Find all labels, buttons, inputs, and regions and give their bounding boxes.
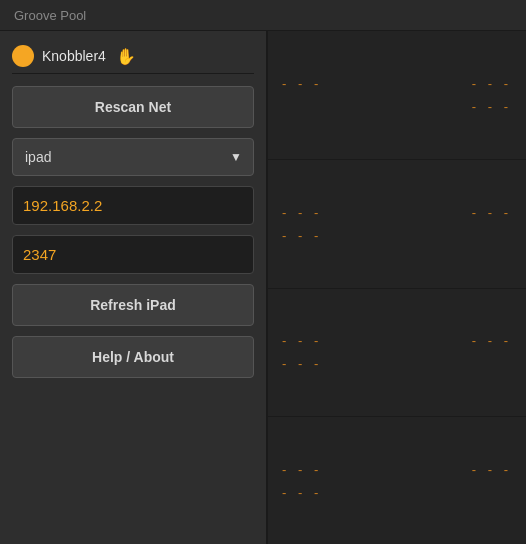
grid-section-4: - - - - - - - - - [268,417,526,544]
grid-dots: - - - [282,462,322,477]
left-panel: Knobbler4 ✋ Rescan Net ipad iphone other… [0,31,268,544]
grid-row: - - - - - - [282,76,512,91]
grid-row: - - - - - - [282,462,512,477]
main-content: Knobbler4 ✋ Rescan Net ipad iphone other… [0,31,526,544]
grid-dots: - - - [282,485,322,500]
hand-icon: ✋ [116,47,136,66]
rescan-button[interactable]: Rescan Net [12,86,254,128]
right-panel: - - - - - - - - - - - - - - - - - - - - … [268,31,526,544]
grid-row: - - - - - - [282,333,512,348]
device-header: Knobbler4 ✋ [12,41,254,74]
grid-dots: - - - [282,76,322,91]
grid-row: - - - [282,99,512,114]
device-type-dropdown-wrap: ipad iphone other ▼ [12,138,254,176]
refresh-button[interactable]: Refresh iPad [12,284,254,326]
grid-dots: - - - [472,76,512,91]
grid-section-2: - - - - - - - - - [268,160,526,289]
grid-dots: - - - [282,205,322,220]
grid-dots: - - - [282,333,322,348]
grid-dots: - - - [282,356,322,371]
grid-row: - - - - - - [282,205,512,220]
grid-dots: - - - [472,99,512,114]
grid-dots: - - - [472,333,512,348]
device-status-dot [12,45,34,67]
grid-section-3: - - - - - - - - - [268,289,526,418]
grid-row: - - - [282,228,512,243]
device-name-label: Knobbler4 [42,48,106,64]
grid-row: - - - [282,356,512,371]
grid-dots: - - - [282,228,322,243]
ip-address-input[interactable] [12,186,254,225]
port-input[interactable] [12,235,254,274]
help-about-button[interactable]: Help / About [12,336,254,378]
title-bar: Groove Pool [0,0,526,31]
grid-section-1: - - - - - - - - - [268,31,526,160]
grid-dots: - - - [472,462,512,477]
grid-dots: - - - [472,205,512,220]
device-type-select[interactable]: ipad iphone other [12,138,254,176]
title-text: Groove Pool [14,8,86,23]
grid-row: - - - [282,485,512,500]
